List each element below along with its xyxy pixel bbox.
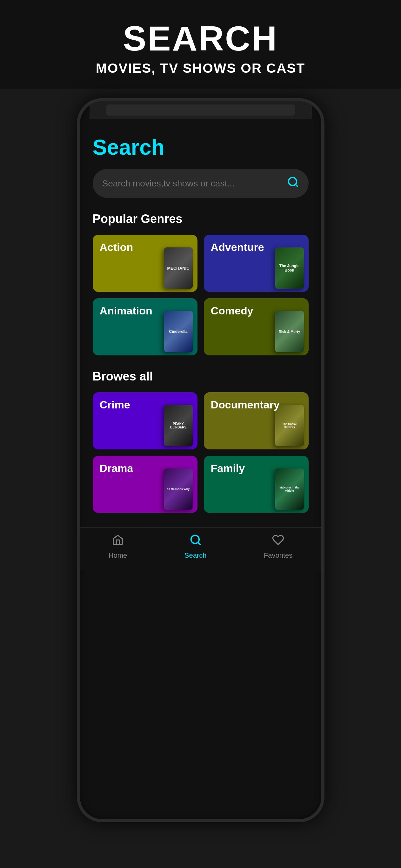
bottom-nav: Home Search Favorites [80, 527, 321, 571]
browse-all-grid: Crime PEAKY BLINDERS Documentary The Soc… [93, 392, 309, 513]
home-icon [112, 534, 124, 549]
genre-label-family: Family [211, 462, 245, 474]
browse-all-title: Browes all [93, 370, 309, 383]
search-input[interactable] [102, 179, 287, 189]
search-icon[interactable] [287, 176, 299, 191]
nav-item-favorites[interactable]: Favorites [264, 534, 292, 560]
status-bar-inner [106, 104, 295, 116]
genre-card-family[interactable]: Family Malcolm in the Middle [204, 456, 309, 513]
genre-label-documentary: Documentary [211, 399, 280, 411]
poster-comedy: Rick & Morty [275, 311, 304, 352]
search-page-title: Search [93, 135, 309, 159]
genre-label-crime: Crime [100, 399, 130, 411]
genre-card-animation[interactable]: Animation Cinderella [93, 298, 197, 355]
genre-card-documentary[interactable]: Documentary The Social Network [204, 392, 309, 450]
genre-label-drama: Drama [100, 462, 133, 474]
poster-family: Malcolm in the Middle [275, 468, 304, 510]
nav-label-favorites: Favorites [264, 551, 292, 560]
nav-label-search: Search [184, 551, 207, 560]
header-title: SEARCH [13, 19, 388, 58]
svg-line-1 [295, 184, 298, 186]
header-subtitle: MOVIES, TV SHOWS OR CAST [13, 61, 388, 76]
favorites-icon [272, 534, 284, 549]
genre-card-drama[interactable]: Drama 13 Reasons Why [93, 456, 197, 513]
popular-genres-grid: Action MECHANIC Adventure The Jungle Boo… [93, 235, 309, 355]
nav-item-search[interactable]: Search [184, 534, 207, 560]
search-bar[interactable] [93, 169, 309, 198]
poster-crime: PEAKY BLINDERS [164, 405, 193, 446]
poster-documentary: The Social Network [275, 405, 304, 446]
poster-action: MECHANIC [164, 247, 193, 289]
genre-label-animation: Animation [100, 305, 152, 317]
genre-label-action: Action [100, 241, 133, 253]
popular-genres-title: Popular Genres [93, 212, 309, 226]
genre-card-crime[interactable]: Crime PEAKY BLINDERS [93, 392, 197, 450]
nav-label-home: Home [109, 551, 127, 560]
phone-content: Search Popular Genres Action MECHANIC [80, 122, 321, 513]
nav-item-home[interactable]: Home [109, 534, 127, 560]
phone-frame: Search Popular Genres Action MECHANIC [77, 98, 325, 822]
genre-card-comedy[interactable]: Comedy Rick & Morty [204, 298, 309, 355]
genre-label-adventure: Adventure [211, 241, 264, 253]
genre-card-adventure[interactable]: Adventure The Jungle Book [204, 235, 309, 292]
genre-label-comedy: Comedy [211, 305, 253, 317]
svg-line-3 [198, 542, 200, 545]
poster-adventure: The Jungle Book [275, 247, 304, 289]
poster-animation: Cinderella [164, 311, 193, 352]
poster-drama: 13 Reasons Why [164, 468, 193, 510]
genre-card-action[interactable]: Action MECHANIC [93, 235, 197, 292]
status-bar [90, 101, 312, 119]
search-nav-icon [189, 534, 202, 549]
header-area: SEARCH MOVIES, TV SHOWS OR CAST [0, 0, 401, 89]
